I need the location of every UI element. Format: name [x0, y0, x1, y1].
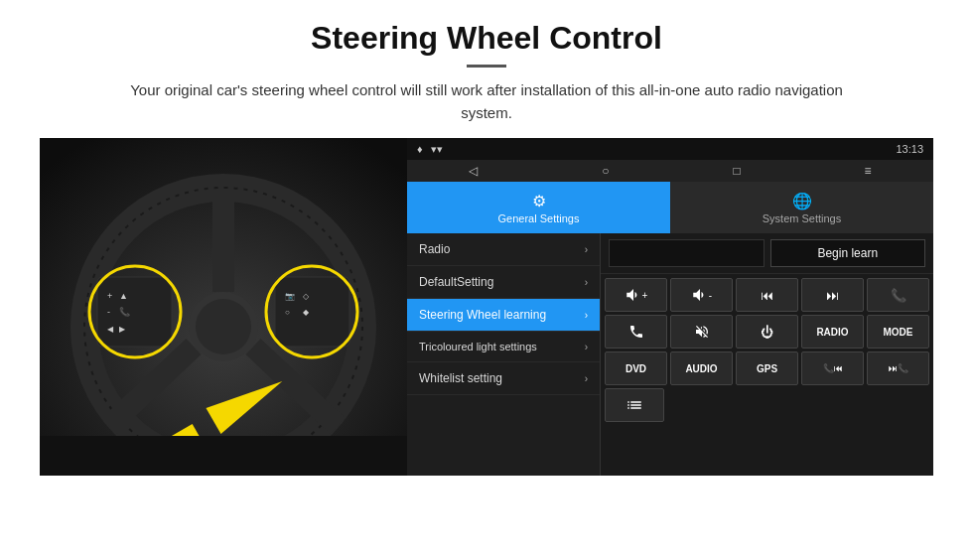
- chevron-icon: ›: [585, 310, 588, 321]
- control-row-4: [605, 388, 929, 422]
- menu-item-tricoloured[interactable]: Tricoloured light settings ›: [407, 332, 600, 362]
- tab-system-settings[interactable]: 🌐 System Settings: [670, 182, 933, 233]
- page-container: Steering Wheel Control Your original car…: [0, 0, 973, 486]
- menu-item-radio-label: Radio: [419, 242, 450, 256]
- volume-up-button[interactable]: +: [605, 278, 667, 312]
- menu-icon[interactable]: ≡: [865, 164, 872, 178]
- call-next-button[interactable]: ⏭📞: [867, 351, 929, 385]
- title-divider: [467, 65, 506, 68]
- menu-item-whitelist-label: Whitelist setting: [419, 371, 502, 385]
- audio-button[interactable]: AUDIO: [670, 351, 733, 385]
- status-left: ♦ ▾▾: [417, 143, 443, 156]
- control-row-3: DVD AUDIO GPS 📞⏮ ⏭📞: [605, 351, 929, 385]
- menu-section: Radio › DefaultSetting › Steering Wheel …: [407, 233, 933, 476]
- subtitle: Your original car's steering wheel contr…: [114, 79, 859, 124]
- call-button[interactable]: 📞: [867, 278, 929, 312]
- right-control-panel: Begin learn + -: [601, 233, 933, 476]
- page-title: Steering Wheel Control: [40, 20, 933, 57]
- svg-text:📷: 📷: [285, 291, 295, 301]
- home-icon[interactable]: ○: [602, 164, 609, 178]
- chevron-icon: ›: [585, 277, 588, 288]
- title-section: Steering Wheel Control Your original car…: [40, 20, 933, 124]
- dvd-button[interactable]: DVD: [605, 351, 667, 385]
- svg-text:-: -: [107, 307, 110, 317]
- mode-button[interactable]: MODE: [867, 315, 929, 349]
- radio-row: Begin learn: [601, 233, 933, 274]
- svg-text:○: ○: [285, 308, 290, 317]
- menu-item-default-label: DefaultSetting: [419, 275, 493, 289]
- answer-call-button[interactable]: [605, 315, 667, 349]
- time-display: 13:13: [896, 143, 923, 155]
- list-button[interactable]: [605, 388, 664, 422]
- controls-grid: + - ⏮ ⏭ 📞: [601, 274, 933, 426]
- chevron-icon: ›: [585, 342, 588, 352]
- steering-wheel-image: + ▲ - 📞 ◀ ▶ 📷 ◇ ○ ◆: [40, 138, 407, 476]
- radio-empty-box: [609, 239, 764, 267]
- tab-system-label: System Settings: [763, 212, 841, 224]
- svg-text:◇: ◇: [303, 292, 310, 301]
- control-row-1: + - ⏮ ⏭ 📞: [605, 278, 929, 312]
- status-bar: ♦ ▾▾ 13:13: [407, 138, 933, 160]
- power-button[interactable]: ⏻: [736, 315, 798, 349]
- radio-mode-button[interactable]: RADIO: [801, 315, 864, 349]
- gps-button[interactable]: GPS: [736, 351, 798, 385]
- volume-down-button[interactable]: -: [670, 278, 733, 312]
- call-prev-button[interactable]: 📞⏮: [801, 351, 864, 385]
- menu-item-steering-wheel[interactable]: Steering Wheel learning ›: [407, 299, 600, 332]
- svg-text:+: +: [107, 291, 112, 301]
- general-settings-icon: ⚙: [532, 192, 546, 210]
- menu-list: Radio › DefaultSetting › Steering Wheel …: [407, 233, 601, 476]
- android-panel: ♦ ▾▾ 13:13 ◁ ○ □ ≡ ⚙ General Settings: [407, 138, 933, 476]
- next-track-button[interactable]: ⏭: [801, 278, 864, 312]
- control-row-2: ⏻ RADIO MODE: [605, 315, 929, 349]
- svg-text:📞: 📞: [119, 306, 131, 318]
- location-icon: ♦: [417, 143, 423, 155]
- content-area: + ▲ - 📞 ◀ ▶ 📷 ◇ ○ ◆: [40, 138, 933, 476]
- begin-learn-button[interactable]: Begin learn: [770, 239, 926, 267]
- menu-item-steering-label: Steering Wheel learning: [419, 308, 546, 322]
- prev-track-button[interactable]: ⏮: [736, 278, 798, 312]
- chevron-icon: ›: [585, 373, 588, 384]
- chevron-icon: ›: [585, 244, 588, 255]
- signal-icon: ▾▾: [431, 143, 443, 156]
- svg-text:◀: ◀: [107, 325, 114, 334]
- menu-item-tricoloured-label: Tricoloured light settings: [419, 341, 537, 352]
- system-settings-icon: 🌐: [792, 192, 812, 210]
- nav-bar: ◁ ○ □ ≡: [407, 160, 933, 182]
- tab-general-label: General Settings: [498, 212, 580, 224]
- menu-item-radio[interactable]: Radio ›: [407, 233, 600, 266]
- svg-text:◆: ◆: [303, 308, 310, 317]
- svg-text:▲: ▲: [119, 291, 128, 301]
- tab-general-settings[interactable]: ⚙ General Settings: [407, 182, 670, 233]
- menu-item-whitelist[interactable]: Whitelist setting ›: [407, 362, 600, 395]
- tabs-bar: ⚙ General Settings 🌐 System Settings: [407, 182, 933, 233]
- menu-item-default-setting[interactable]: DefaultSetting ›: [407, 266, 600, 299]
- svg-rect-25: [40, 436, 407, 476]
- status-right: 13:13: [896, 143, 923, 155]
- recent-icon[interactable]: □: [733, 164, 740, 178]
- svg-text:▶: ▶: [119, 325, 126, 334]
- back-icon[interactable]: ◁: [469, 164, 478, 178]
- mute-button[interactable]: [670, 315, 733, 349]
- svg-point-5: [196, 299, 251, 354]
